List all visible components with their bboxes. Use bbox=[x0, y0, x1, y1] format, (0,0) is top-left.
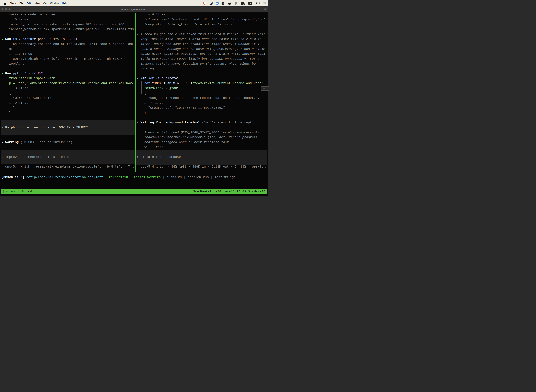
svg-text:..61: ..61 bbox=[242, 3, 245, 5]
